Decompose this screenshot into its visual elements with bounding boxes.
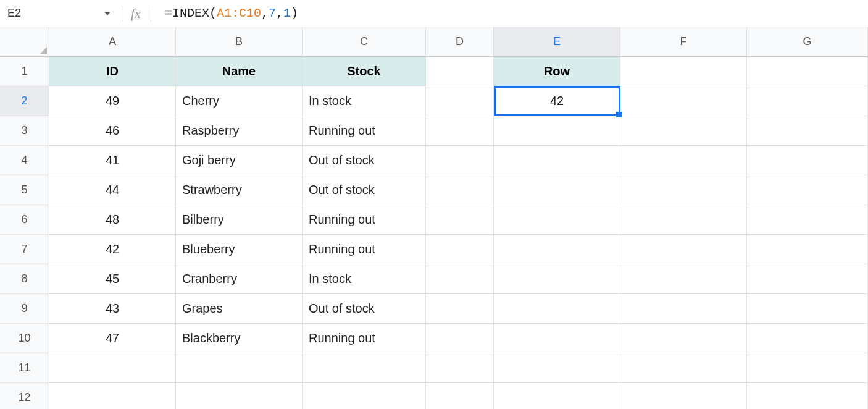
cell-E5[interactable] xyxy=(494,175,620,205)
cell-C7[interactable]: Running out xyxy=(303,235,426,264)
cell-G12[interactable] xyxy=(747,383,868,409)
cell-C2[interactable]: In stock xyxy=(303,86,426,116)
cell-A8[interactable]: 45 xyxy=(49,264,176,294)
col-header-C[interactable]: C xyxy=(303,27,426,57)
cell-B4[interactable]: Goji berry xyxy=(176,146,303,175)
cell-C8[interactable]: In stock xyxy=(303,264,426,294)
cell-C1[interactable]: Stock xyxy=(303,57,426,86)
cell-A11[interactable] xyxy=(49,353,176,383)
cell-D9[interactable] xyxy=(426,294,494,324)
cell-B6[interactable]: Bilberry xyxy=(176,205,303,235)
cell-E6[interactable] xyxy=(494,205,620,235)
cell-F2[interactable] xyxy=(620,86,747,116)
cell-B1[interactable]: Name xyxy=(176,57,303,86)
cell-D7[interactable] xyxy=(426,235,494,264)
cell-C6[interactable]: Running out xyxy=(303,205,426,235)
row-header-1[interactable]: 1 xyxy=(0,57,49,86)
cell-C12[interactable] xyxy=(303,383,426,409)
cell-C4[interactable]: Out of stock xyxy=(303,146,426,175)
cell-E10[interactable] xyxy=(494,324,620,353)
cell-F3[interactable] xyxy=(620,116,747,146)
row-header-10[interactable]: 10 xyxy=(0,324,49,353)
cell-D11[interactable] xyxy=(426,353,494,383)
select-all-corner[interactable] xyxy=(0,27,49,57)
cell-E7[interactable] xyxy=(494,235,620,264)
cell-G11[interactable] xyxy=(747,353,868,383)
cell-E8[interactable] xyxy=(494,264,620,294)
col-header-G[interactable]: G xyxy=(747,27,868,57)
cell-B8[interactable]: Cranberry xyxy=(176,264,303,294)
cell-A10[interactable]: 47 xyxy=(49,324,176,353)
cell-G3[interactable] xyxy=(747,116,868,146)
cell-G1[interactable] xyxy=(747,57,868,86)
cell-D2[interactable] xyxy=(426,86,494,116)
cell-G10[interactable] xyxy=(747,324,868,353)
cell-A12[interactable] xyxy=(49,383,176,409)
cell-B7[interactable]: Blueberry xyxy=(176,235,303,264)
cell-F5[interactable] xyxy=(620,175,747,205)
name-box[interactable]: E2 xyxy=(0,0,52,27)
cell-G6[interactable] xyxy=(747,205,868,235)
row-header-11[interactable]: 11 xyxy=(0,353,49,383)
cell-F1[interactable] xyxy=(620,57,747,86)
cell-D4[interactable] xyxy=(426,146,494,175)
cell-G5[interactable] xyxy=(747,175,868,205)
cell-D6[interactable] xyxy=(426,205,494,235)
cell-E12[interactable] xyxy=(494,383,620,409)
cell-F11[interactable] xyxy=(620,353,747,383)
cell-C3[interactable]: Running out xyxy=(303,116,426,146)
formula-input[interactable]: =INDEX(A1:C10, 7, 1) xyxy=(165,6,298,20)
cell-E3[interactable] xyxy=(494,116,620,146)
cell-C10[interactable]: Running out xyxy=(303,324,426,353)
cell-C5[interactable]: Out of stock xyxy=(303,175,426,205)
cell-D8[interactable] xyxy=(426,264,494,294)
cell-A7[interactable]: 42 xyxy=(49,235,176,264)
cell-E9[interactable] xyxy=(494,294,620,324)
cell-E2[interactable]: 42 xyxy=(494,86,620,116)
col-header-D[interactable]: D xyxy=(426,27,494,57)
cell-A6[interactable]: 48 xyxy=(49,205,176,235)
cell-G2[interactable] xyxy=(747,86,868,116)
row-header-8[interactable]: 8 xyxy=(0,264,49,294)
cell-G9[interactable] xyxy=(747,294,868,324)
cell-B3[interactable]: Raspberry xyxy=(176,116,303,146)
cell-G8[interactable] xyxy=(747,264,868,294)
cell-D1[interactable] xyxy=(426,57,494,86)
cell-F12[interactable] xyxy=(620,383,747,409)
cell-E1[interactable]: Row xyxy=(494,57,620,86)
cell-F4[interactable] xyxy=(620,146,747,175)
row-header-3[interactable]: 3 xyxy=(0,116,49,146)
cell-E11[interactable] xyxy=(494,353,620,383)
cell-F7[interactable] xyxy=(620,235,747,264)
cell-A4[interactable]: 41 xyxy=(49,146,176,175)
cell-F8[interactable] xyxy=(620,264,747,294)
cell-B10[interactable]: Blackberry xyxy=(176,324,303,353)
cell-B2[interactable]: Cherry xyxy=(176,86,303,116)
cell-A3[interactable]: 46 xyxy=(49,116,176,146)
row-header-7[interactable]: 7 xyxy=(0,235,49,264)
cell-D12[interactable] xyxy=(426,383,494,409)
cell-C9[interactable]: Out of stock xyxy=(303,294,426,324)
cell-B12[interactable] xyxy=(176,383,303,409)
row-header-9[interactable]: 9 xyxy=(0,294,49,324)
cell-A2[interactable]: 49 xyxy=(49,86,176,116)
cell-D10[interactable] xyxy=(426,324,494,353)
row-header-2[interactable]: 2 xyxy=(0,86,49,116)
row-header-4[interactable]: 4 xyxy=(0,146,49,175)
cell-B9[interactable]: Grapes xyxy=(176,294,303,324)
cell-A1[interactable]: ID xyxy=(49,57,176,86)
col-header-B[interactable]: B xyxy=(176,27,303,57)
col-header-E[interactable]: E xyxy=(494,27,620,57)
cell-G7[interactable] xyxy=(747,235,868,264)
cell-E4[interactable] xyxy=(494,146,620,175)
row-header-5[interactable]: 5 xyxy=(0,175,49,205)
name-box-dropdown[interactable] xyxy=(52,0,120,27)
cell-F10[interactable] xyxy=(620,324,747,353)
cell-A9[interactable]: 43 xyxy=(49,294,176,324)
col-header-A[interactable]: A xyxy=(49,27,176,57)
cell-B5[interactable]: Strawberry xyxy=(176,175,303,205)
cell-F9[interactable] xyxy=(620,294,747,324)
cell-D5[interactable] xyxy=(426,175,494,205)
cell-B11[interactable] xyxy=(176,353,303,383)
cell-C11[interactable] xyxy=(303,353,426,383)
